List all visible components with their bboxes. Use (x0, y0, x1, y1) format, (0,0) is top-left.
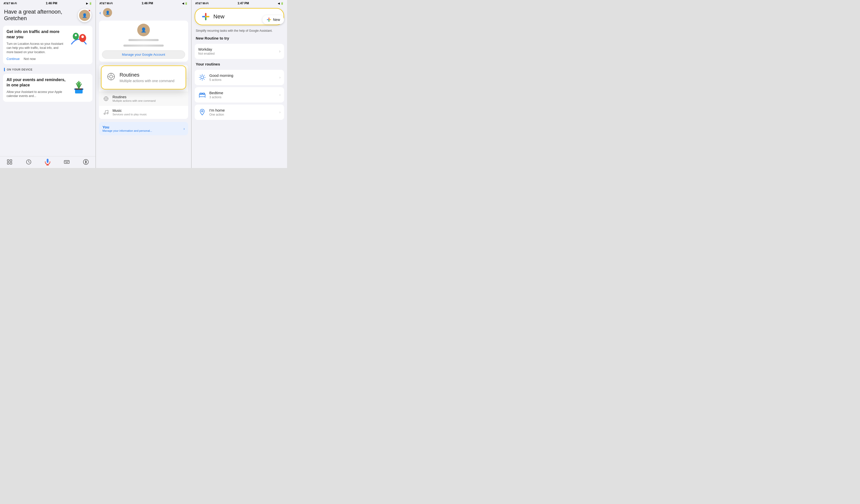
reminders-card: All your events and reminders, in one pl… (3, 74, 92, 102)
new-button-small-label: New (273, 18, 280, 21)
workday-info: Workday Not enabled (198, 47, 215, 55)
svg-point-55 (201, 76, 204, 79)
svg-point-4 (81, 35, 84, 38)
settings-item-routines[interactable]: Routines Multiple actions with one comma… (99, 92, 188, 105)
location-card: Get info on traffic and more near you Tu… (3, 26, 92, 64)
routines-popup: Routines Multiple actions with one comma… (101, 66, 186, 89)
section-header: ON YOUR DEVICE (0, 66, 96, 72)
svg-line-62 (200, 79, 200, 80)
imhome-chevron: › (279, 110, 281, 114)
music-icon (102, 109, 110, 116)
routine-card-goodmorning[interactable]: Good morning 5 actions › (195, 70, 284, 85)
location-card-text: Get info on traffic and more near you Tu… (6, 29, 66, 61)
svg-line-60 (200, 75, 200, 75)
nav-avatar: 👤 (103, 8, 112, 17)
panel-assistant-home: AT&T Wi-Fi 1:46 PM ▶ 🔋 Have a great afte… (0, 0, 96, 168)
workday-card[interactable]: Workday Not enabled › (195, 44, 284, 59)
notification-dot (88, 9, 91, 12)
greeting-header: Have a great afternoon, Gretchen 👤 👤 (0, 6, 96, 24)
carrier-1: AT&T Wi-Fi (3, 2, 17, 5)
simplify-text: Simplify recurring tasks with the help o… (192, 27, 287, 34)
location-card-actions: Continue Not now (6, 57, 66, 61)
back-button[interactable]: ‹ (99, 10, 101, 16)
new-button-small[interactable]: New (262, 15, 284, 24)
svg-rect-19 (64, 160, 69, 163)
routines-popup-sub: Multiple actions with one command (120, 79, 174, 83)
continue-button[interactable]: Continue (6, 57, 20, 61)
panel-settings: AT&T Wi-Fi 1:46 PM ◀ 🔋 ‹ 👤 👤 Manage your… (96, 0, 191, 168)
imhome-actions: One action (209, 113, 276, 116)
nav-header: ‹ 👤 (96, 6, 191, 19)
profile-avatar: 👤 (137, 24, 150, 36)
reminders-card-text: All your events and reminders, in one pl… (6, 77, 66, 98)
plant-icon (69, 77, 89, 95)
goodmorning-icon (198, 73, 206, 81)
settings-subtitle-music: Services used to play music (113, 113, 185, 116)
carrier-3: AT&T Wi-Fi (195, 2, 209, 5)
settings-item-music[interactable]: Music Services used to play music (99, 105, 188, 119)
not-now-button[interactable]: Not now (24, 57, 36, 61)
status-bar-1: AT&T Wi-Fi 1:46 PM ▶ 🔋 (0, 0, 96, 6)
tab-mic-icon[interactable] (44, 158, 51, 165)
new-button-label: New (213, 13, 224, 20)
status-bar-2: AT&T Wi-Fi 1:46 PM ◀ 🔋 (96, 0, 191, 6)
tab-keyboard-icon[interactable] (63, 158, 70, 165)
bedtime-name: Bedtime (209, 91, 276, 95)
map-icon (69, 29, 89, 47)
tab-compass-icon[interactable] (82, 158, 89, 165)
avatar-outer[interactable]: 👤 (78, 9, 91, 22)
bedtime-icon (198, 91, 206, 99)
imhome-info: I'm home One action (209, 108, 276, 116)
routines-popup-text: Routines Multiple actions with one comma… (120, 72, 174, 83)
time-1: 1:46 PM (46, 1, 57, 5)
carrier-2: AT&T Wi-Fi (99, 2, 113, 5)
google-plus-icon-small (267, 17, 271, 22)
section-bar (4, 68, 5, 71)
svg-rect-16 (7, 162, 9, 164)
battery-icons-1: ▶ 🔋 (86, 2, 92, 5)
you-subtitle: Manage your information and personal... (102, 129, 152, 132)
routines-popup-icon (106, 72, 116, 83)
goodmorning-name: Good morning (209, 73, 276, 77)
panel-routines: AT&T Wi-Fi 1:47 PM ◀ 🔋 New New Simplify … (192, 0, 287, 168)
routines-settings-icon (102, 95, 110, 102)
section-label: ON YOUR DEVICE (7, 68, 32, 71)
svg-point-69 (201, 111, 203, 112)
settings-title-routines: Routines (113, 95, 185, 99)
bedtime-chevron: › (279, 93, 281, 97)
goodmorning-chevron: › (279, 75, 281, 80)
settings-subtitle-routines: Multiple actions with one command (113, 99, 185, 102)
svg-rect-15 (10, 160, 12, 161)
battery-icons-3: ◀ 🔋 (278, 2, 284, 5)
profile-section: 👤 Manage your Google Account (99, 21, 188, 62)
tab-tray-icon[interactable] (6, 158, 13, 165)
workday-status: Not enabled (198, 52, 215, 55)
svg-point-38 (106, 112, 108, 114)
reminders-desc: Allow your Assistant to access your Appl… (6, 90, 66, 99)
svg-rect-6 (75, 89, 83, 93)
new-routine-section: New Routine to try (192, 34, 287, 43)
google-plus-icon-large (201, 12, 210, 21)
profile-name-blur (128, 39, 159, 41)
svg-marker-26 (85, 160, 86, 162)
you-chevron: › (184, 127, 185, 131)
bottom-tab-bar (0, 156, 96, 168)
location-card-title: Get info on traffic and more near you (6, 29, 66, 40)
time-2: 1:46 PM (142, 1, 153, 5)
routine-card-imhome[interactable]: I'm home One action › (195, 104, 284, 120)
your-routines-section: Your routines (192, 60, 287, 69)
status-bar-3: AT&T Wi-Fi 1:47 PM ◀ 🔋 (192, 0, 287, 6)
bedtime-info: Bedtime 3 actions (209, 91, 276, 99)
tab-history-icon[interactable] (25, 158, 32, 165)
your-routines-title: Your routines (196, 62, 283, 66)
routine-card-bedtime[interactable]: Bedtime 3 actions › (195, 87, 284, 102)
svg-point-32 (105, 98, 107, 100)
you-section-text: You Manage your information and personal… (102, 125, 152, 132)
time-3: 1:47 PM (238, 1, 249, 5)
svg-rect-14 (7, 160, 9, 161)
workday-name: Workday (198, 47, 215, 52)
bedtime-actions: 3 actions (209, 96, 276, 99)
manage-account-button[interactable]: Manage your Google Account (102, 51, 185, 59)
svg-marker-27 (85, 162, 86, 163)
you-section[interactable]: You Manage your information and personal… (99, 122, 188, 135)
